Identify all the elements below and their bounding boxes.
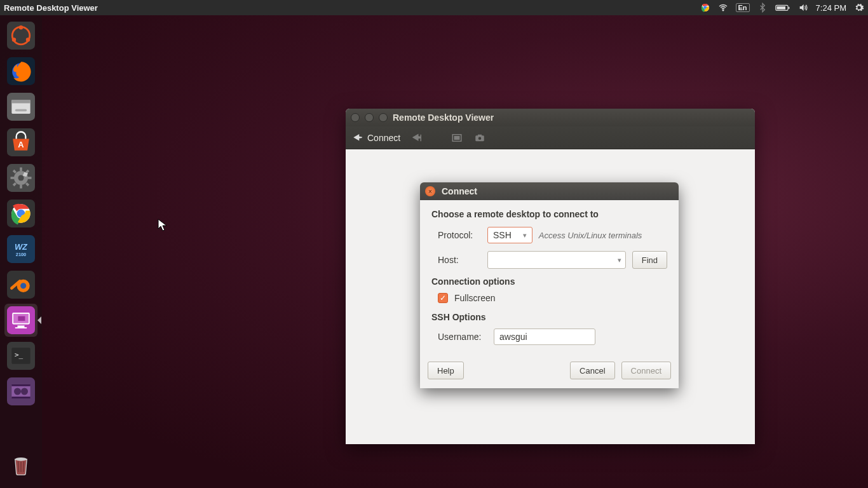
maximize-window-icon[interactable] (379, 113, 388, 122)
svg-text:WZ: WZ (15, 242, 28, 252)
mouse-cursor-icon (158, 219, 168, 233)
window-title: Remote Desktop Viewer (393, 112, 494, 123)
svg-rect-53 (11, 396, 30, 398)
plug-icon (352, 132, 363, 144)
svg-point-2 (722, 10, 724, 11)
active-app-title: Remote Desktop Viewer (4, 3, 700, 13)
svg-line-29 (26, 170, 29, 173)
svg-rect-15 (11, 100, 30, 104)
fullscreen-checkbox[interactable]: ✓ (438, 293, 448, 303)
dialog-heading: Choose a remote desktop to connect to (431, 209, 667, 219)
launcher-software-center[interactable]: A (4, 126, 37, 159)
chrome-indicator-icon[interactable] (700, 3, 710, 13)
svg-point-9 (12, 37, 16, 41)
protocol-hint: Access Unix/Linux terminals (539, 231, 642, 240)
svg-line-26 (13, 170, 16, 173)
launcher-blender[interactable] (4, 268, 37, 301)
volume-icon[interactable] (798, 3, 808, 13)
svg-rect-5 (776, 6, 785, 10)
svg-rect-52 (11, 384, 30, 386)
screenshot-icon (474, 132, 485, 144)
username-field[interactable] (494, 329, 595, 345)
launcher-dash[interactable] (4, 19, 37, 52)
window-toolbar: Connect (346, 126, 755, 149)
svg-point-8 (19, 25, 23, 29)
svg-point-50 (14, 388, 21, 395)
cancel-button[interactable]: Cancel (570, 362, 614, 379)
svg-text:>_: >_ (15, 351, 24, 359)
svg-text:2100: 2100 (16, 252, 26, 257)
toolbar-connect-button[interactable]: Connect (352, 132, 400, 144)
find-button[interactable]: Find (632, 251, 667, 269)
dialog-titlebar[interactable]: × Connect (420, 182, 679, 200)
svg-rect-59 (454, 136, 460, 140)
launcher-remote-desktop[interactable] (4, 304, 37, 337)
window-titlebar[interactable]: Remote Desktop Viewer (346, 109, 755, 126)
launcher-warzone[interactable]: WZ2100 (4, 233, 37, 266)
wifi-icon[interactable] (718, 3, 728, 13)
keyboard-lang-indicator[interactable]: En (736, 3, 750, 12)
svg-point-38 (20, 283, 26, 288)
svg-point-51 (21, 388, 28, 395)
svg-rect-62 (478, 134, 482, 135)
toolbar-connect-label: Connect (367, 133, 400, 143)
ssh-options-heading: SSH Options (431, 312, 667, 322)
launcher-media-player[interactable] (4, 375, 37, 408)
battery-icon[interactable] (775, 3, 790, 13)
launcher-files[interactable] (4, 90, 37, 123)
launcher-terminal[interactable]: >_ (4, 339, 37, 372)
gear-icon[interactable] (854, 3, 864, 13)
clock[interactable]: 7:24 PM (816, 3, 846, 13)
dialog-title: Connect (442, 186, 477, 196)
launcher-firefox[interactable] (4, 55, 37, 88)
launcher-settings[interactable] (4, 161, 37, 194)
protocol-label: Protocol: (438, 230, 481, 240)
bluetooth-icon[interactable] (757, 3, 768, 13)
host-label: Host: (438, 255, 481, 265)
protocol-select[interactable]: SSH (487, 227, 532, 243)
close-icon[interactable]: × (425, 186, 435, 196)
svg-rect-4 (788, 6, 789, 8)
svg-point-54 (15, 458, 27, 461)
svg-rect-43 (18, 325, 25, 327)
launcher-chrome[interactable] (4, 197, 37, 230)
svg-text:A: A (18, 140, 24, 149)
connection-options-heading: Connection options (431, 276, 667, 287)
protocol-value: SSH (493, 230, 512, 240)
close-window-icon[interactable] (351, 113, 360, 122)
fullscreen-label: Fullscreen (454, 293, 496, 303)
svg-point-21 (18, 175, 24, 180)
fullscreen-icon (451, 132, 463, 144)
svg-rect-16 (15, 109, 27, 112)
username-label: Username: (438, 332, 487, 342)
svg-line-27 (26, 183, 29, 186)
svg-line-28 (13, 183, 16, 186)
svg-rect-42 (18, 316, 25, 321)
connect-button[interactable]: Connect (621, 362, 671, 379)
disconnect-icon (412, 132, 423, 144)
connect-dialog: × Connect Choose a remote desktop to con… (420, 182, 679, 388)
svg-rect-44 (15, 327, 27, 329)
launcher-trash[interactable] (4, 447, 37, 480)
svg-point-10 (26, 37, 30, 41)
minimize-window-icon[interactable] (365, 113, 374, 122)
help-button[interactable]: Help (428, 362, 464, 379)
unity-launcher: A WZ2100 >_ (0, 15, 42, 488)
host-combo[interactable] (487, 251, 626, 269)
top-menu-bar: Remote Desktop Viewer En 7:24 PM (0, 0, 868, 15)
svg-point-61 (478, 137, 482, 140)
